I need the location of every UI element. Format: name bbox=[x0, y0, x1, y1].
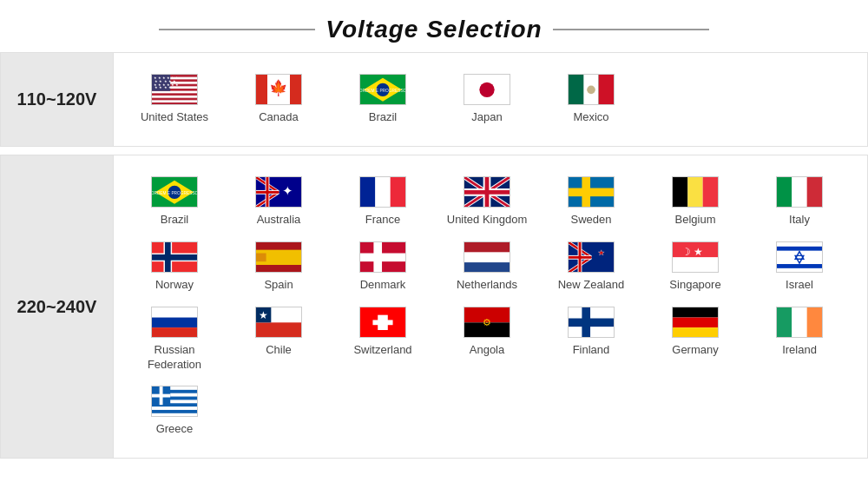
country-name: United Kingdom bbox=[447, 213, 528, 228]
flag-ru bbox=[151, 307, 198, 338]
page-title: Voltage Selection bbox=[326, 16, 542, 43]
svg-rect-71 bbox=[373, 242, 382, 273]
country-item: ★ Chile bbox=[227, 300, 331, 380]
country-item: ⚙ Angola bbox=[435, 300, 539, 380]
svg-rect-68 bbox=[256, 253, 266, 261]
flag-fr bbox=[359, 176, 406, 208]
country-name: Norway bbox=[155, 278, 194, 293]
svg-rect-97 bbox=[256, 322, 301, 337]
country-name: Switzerland bbox=[353, 343, 411, 358]
svg-rect-13 bbox=[256, 75, 267, 105]
svg-text:✦: ✦ bbox=[282, 183, 293, 198]
flag-ca: 🍁 bbox=[255, 74, 302, 105]
country-item: Germany bbox=[643, 300, 747, 380]
page: Voltage Selection 110~120V ★ ★ ★ ★ ★ ★ ★… bbox=[0, 0, 868, 459]
svg-rect-73 bbox=[464, 252, 510, 262]
country-name: Germany bbox=[672, 343, 718, 358]
country-name: Finland bbox=[573, 343, 610, 358]
svg-rect-108 bbox=[582, 307, 590, 338]
country-item: Sweden bbox=[539, 169, 643, 234]
country-item: Greece bbox=[122, 379, 227, 444]
country-item: ✦ Australia bbox=[227, 169, 331, 234]
country-name: Singapore bbox=[669, 278, 720, 293]
flag-il bbox=[776, 241, 823, 273]
country-name: Japan bbox=[471, 110, 502, 125]
country-name: Greece bbox=[156, 422, 194, 437]
flag-gb bbox=[464, 176, 510, 208]
title-row: Voltage Selection bbox=[0, 0, 868, 52]
svg-point-25 bbox=[587, 86, 595, 95]
svg-rect-90 bbox=[777, 264, 822, 268]
country-name: Ireland bbox=[782, 343, 817, 358]
voltage-row-1: 220~240V ORDEM E PROGRESSO Brazil ✦ Aust… bbox=[1, 155, 868, 458]
flag-jp bbox=[464, 74, 510, 105]
flag-br: ORDEM E PROGRESSO bbox=[359, 74, 406, 105]
svg-point-21 bbox=[479, 83, 494, 97]
country-name: Angola bbox=[470, 343, 504, 358]
svg-rect-89 bbox=[777, 247, 822, 251]
country-item: Finland bbox=[539, 300, 643, 380]
flag-fi bbox=[568, 307, 615, 338]
flag-sg: ☽ ★ bbox=[672, 241, 719, 273]
voltage-row-0: 110~120V ★ ★ ★ ★ ★ ★ ★ ★ ★ ★ ★ ★ ★ ★ ★ ★… bbox=[1, 53, 868, 147]
country-item: Switzerland bbox=[331, 300, 435, 380]
country-name: Italy bbox=[789, 213, 810, 228]
country-name: Denmark bbox=[360, 278, 406, 293]
country-item: 🍁 Canada bbox=[227, 67, 331, 132]
svg-rect-120 bbox=[152, 413, 197, 417]
country-name: Australia bbox=[257, 213, 301, 228]
flag-ao: ⚙ bbox=[464, 307, 510, 338]
svg-rect-54 bbox=[582, 177, 590, 208]
country-name: Canada bbox=[259, 110, 299, 125]
flag-cl: ★ bbox=[255, 307, 302, 338]
svg-rect-14 bbox=[290, 75, 301, 105]
country-item: Italy bbox=[747, 169, 852, 234]
flag-no bbox=[151, 241, 198, 273]
svg-rect-95 bbox=[152, 327, 197, 338]
flag-de bbox=[672, 307, 719, 338]
svg-text:⚙: ⚙ bbox=[483, 317, 491, 327]
title-line-left bbox=[159, 29, 315, 30]
country-name: Brazil bbox=[161, 213, 189, 228]
svg-rect-86 bbox=[673, 257, 718, 272]
svg-rect-6 bbox=[152, 100, 197, 102]
country-item: Israel bbox=[747, 234, 852, 300]
country-item: Belgium bbox=[643, 169, 747, 234]
flag-ch bbox=[359, 307, 406, 338]
svg-text:ORDEM E PROGRESSO: ORDEM E PROGRESSO bbox=[152, 191, 197, 195]
section-gap bbox=[1, 146, 868, 155]
svg-rect-55 bbox=[673, 177, 687, 208]
flag-be bbox=[672, 176, 719, 208]
svg-rect-56 bbox=[687, 177, 702, 208]
svg-rect-113 bbox=[792, 307, 806, 338]
country-name: Brazil bbox=[369, 110, 398, 125]
svg-rect-114 bbox=[807, 307, 822, 338]
svg-rect-107 bbox=[569, 318, 614, 327]
flag-dk bbox=[359, 241, 406, 273]
svg-rect-24 bbox=[599, 75, 614, 105]
svg-rect-110 bbox=[673, 317, 718, 327]
svg-rect-53 bbox=[569, 188, 614, 196]
country-name: France bbox=[365, 213, 400, 228]
svg-text:★: ★ bbox=[259, 310, 268, 320]
svg-rect-123 bbox=[152, 394, 170, 398]
country-item: ★ ★ ★ ★ ★ ★ ★ ★ ★ ★ ★ ★ ★ ★ ★ ★ ★ ★ ★ ★ … bbox=[122, 67, 227, 132]
title-line-right bbox=[553, 29, 709, 30]
svg-rect-112 bbox=[777, 307, 792, 338]
flag-se bbox=[568, 176, 615, 208]
country-name: Sweden bbox=[571, 213, 612, 228]
svg-text:🍁: 🍁 bbox=[269, 78, 288, 97]
countries-cell-1: ORDEM E PROGRESSO Brazil ✦ Australia Fra… bbox=[114, 155, 868, 458]
flag-es bbox=[255, 241, 302, 273]
svg-rect-111 bbox=[673, 327, 718, 338]
flag-nl bbox=[464, 241, 510, 273]
country-item: France bbox=[331, 169, 435, 234]
flag-ie bbox=[776, 307, 823, 338]
svg-rect-64 bbox=[152, 254, 197, 261]
country-item: Norway bbox=[122, 234, 227, 300]
voltage-label-1: 220~240V bbox=[1, 155, 114, 458]
svg-rect-93 bbox=[152, 307, 197, 318]
country-item: Ireland bbox=[747, 300, 852, 380]
svg-rect-102 bbox=[372, 320, 392, 325]
svg-text:ORDEM E PROGRESSO: ORDEM E PROGRESSO bbox=[360, 89, 405, 93]
